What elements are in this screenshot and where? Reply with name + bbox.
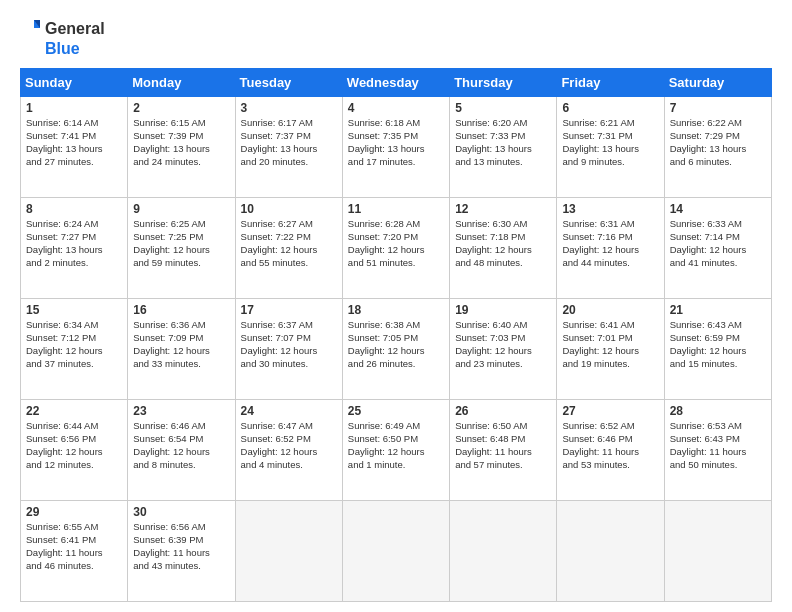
calendar-cell [235, 501, 342, 602]
day-number: 19 [455, 303, 551, 317]
weekday-header-saturday: Saturday [664, 69, 771, 97]
day-number: 30 [133, 505, 229, 519]
calendar-cell: 2Sunrise: 6:15 AMSunset: 7:39 PMDaylight… [128, 97, 235, 198]
calendar-cell: 19Sunrise: 6:40 AMSunset: 7:03 PMDayligh… [450, 299, 557, 400]
day-number: 29 [26, 505, 122, 519]
day-info: Sunrise: 6:24 AMSunset: 7:27 PMDaylight:… [26, 218, 122, 269]
day-number: 13 [562, 202, 658, 216]
day-number: 10 [241, 202, 337, 216]
day-number: 4 [348, 101, 444, 115]
day-info: Sunrise: 6:40 AMSunset: 7:03 PMDaylight:… [455, 319, 551, 370]
day-number: 21 [670, 303, 766, 317]
logo-general-text: General [45, 20, 105, 38]
calendar-cell: 5Sunrise: 6:20 AMSunset: 7:33 PMDaylight… [450, 97, 557, 198]
day-number: 27 [562, 404, 658, 418]
weekday-header-thursday: Thursday [450, 69, 557, 97]
day-number: 3 [241, 101, 337, 115]
day-number: 16 [133, 303, 229, 317]
logo-svg [20, 18, 42, 40]
day-number: 7 [670, 101, 766, 115]
calendar-cell [450, 501, 557, 602]
day-number: 12 [455, 202, 551, 216]
day-info: Sunrise: 6:53 AMSunset: 6:43 PMDaylight:… [670, 420, 766, 471]
calendar-week-5: 29Sunrise: 6:55 AMSunset: 6:41 PMDayligh… [21, 501, 772, 602]
day-info: Sunrise: 6:27 AMSunset: 7:22 PMDaylight:… [241, 218, 337, 269]
day-info: Sunrise: 6:44 AMSunset: 6:56 PMDaylight:… [26, 420, 122, 471]
calendar-cell: 25Sunrise: 6:49 AMSunset: 6:50 PMDayligh… [342, 400, 449, 501]
day-number: 8 [26, 202, 122, 216]
calendar-cell [664, 501, 771, 602]
day-info: Sunrise: 6:47 AMSunset: 6:52 PMDaylight:… [241, 420, 337, 471]
calendar-cell: 8Sunrise: 6:24 AMSunset: 7:27 PMDaylight… [21, 198, 128, 299]
calendar-cell: 24Sunrise: 6:47 AMSunset: 6:52 PMDayligh… [235, 400, 342, 501]
day-info: Sunrise: 6:25 AMSunset: 7:25 PMDaylight:… [133, 218, 229, 269]
logo-blue-text: Blue [45, 40, 105, 58]
day-number: 24 [241, 404, 337, 418]
calendar-body: 1Sunrise: 6:14 AMSunset: 7:41 PMDaylight… [21, 97, 772, 602]
day-number: 5 [455, 101, 551, 115]
day-number: 6 [562, 101, 658, 115]
day-number: 1 [26, 101, 122, 115]
day-info: Sunrise: 6:41 AMSunset: 7:01 PMDaylight:… [562, 319, 658, 370]
calendar-cell [557, 501, 664, 602]
calendar-cell: 29Sunrise: 6:55 AMSunset: 6:41 PMDayligh… [21, 501, 128, 602]
day-info: Sunrise: 6:33 AMSunset: 7:14 PMDaylight:… [670, 218, 766, 269]
day-info: Sunrise: 6:18 AMSunset: 7:35 PMDaylight:… [348, 117, 444, 168]
calendar-cell: 28Sunrise: 6:53 AMSunset: 6:43 PMDayligh… [664, 400, 771, 501]
calendar-cell: 11Sunrise: 6:28 AMSunset: 7:20 PMDayligh… [342, 198, 449, 299]
day-info: Sunrise: 6:37 AMSunset: 7:07 PMDaylight:… [241, 319, 337, 370]
day-info: Sunrise: 6:46 AMSunset: 6:54 PMDaylight:… [133, 420, 229, 471]
day-info: Sunrise: 6:22 AMSunset: 7:29 PMDaylight:… [670, 117, 766, 168]
calendar-cell: 6Sunrise: 6:21 AMSunset: 7:31 PMDaylight… [557, 97, 664, 198]
calendar-table: SundayMondayTuesdayWednesdayThursdayFrid… [20, 68, 772, 602]
calendar-cell: 14Sunrise: 6:33 AMSunset: 7:14 PMDayligh… [664, 198, 771, 299]
day-number: 25 [348, 404, 444, 418]
weekday-header-monday: Monday [128, 69, 235, 97]
calendar-cell: 3Sunrise: 6:17 AMSunset: 7:37 PMDaylight… [235, 97, 342, 198]
day-number: 9 [133, 202, 229, 216]
weekday-header-friday: Friday [557, 69, 664, 97]
day-number: 22 [26, 404, 122, 418]
calendar-cell: 10Sunrise: 6:27 AMSunset: 7:22 PMDayligh… [235, 198, 342, 299]
day-number: 11 [348, 202, 444, 216]
calendar-cell: 17Sunrise: 6:37 AMSunset: 7:07 PMDayligh… [235, 299, 342, 400]
calendar-cell: 1Sunrise: 6:14 AMSunset: 7:41 PMDaylight… [21, 97, 128, 198]
weekday-header-sunday: Sunday [21, 69, 128, 97]
calendar-cell [342, 501, 449, 602]
calendar-cell: 18Sunrise: 6:38 AMSunset: 7:05 PMDayligh… [342, 299, 449, 400]
day-number: 17 [241, 303, 337, 317]
day-info: Sunrise: 6:14 AMSunset: 7:41 PMDaylight:… [26, 117, 122, 168]
calendar-cell: 15Sunrise: 6:34 AMSunset: 7:12 PMDayligh… [21, 299, 128, 400]
calendar-cell: 13Sunrise: 6:31 AMSunset: 7:16 PMDayligh… [557, 198, 664, 299]
weekday-header-wednesday: Wednesday [342, 69, 449, 97]
day-info: Sunrise: 6:38 AMSunset: 7:05 PMDaylight:… [348, 319, 444, 370]
calendar-cell: 7Sunrise: 6:22 AMSunset: 7:29 PMDaylight… [664, 97, 771, 198]
weekday-header-tuesday: Tuesday [235, 69, 342, 97]
day-number: 18 [348, 303, 444, 317]
day-info: Sunrise: 6:49 AMSunset: 6:50 PMDaylight:… [348, 420, 444, 471]
calendar-cell: 9Sunrise: 6:25 AMSunset: 7:25 PMDaylight… [128, 198, 235, 299]
calendar-cell: 4Sunrise: 6:18 AMSunset: 7:35 PMDaylight… [342, 97, 449, 198]
day-number: 2 [133, 101, 229, 115]
day-info: Sunrise: 6:50 AMSunset: 6:48 PMDaylight:… [455, 420, 551, 471]
calendar-cell: 21Sunrise: 6:43 AMSunset: 6:59 PMDayligh… [664, 299, 771, 400]
day-info: Sunrise: 6:36 AMSunset: 7:09 PMDaylight:… [133, 319, 229, 370]
calendar-week-1: 1Sunrise: 6:14 AMSunset: 7:41 PMDaylight… [21, 97, 772, 198]
calendar-cell: 26Sunrise: 6:50 AMSunset: 6:48 PMDayligh… [450, 400, 557, 501]
day-info: Sunrise: 6:55 AMSunset: 6:41 PMDaylight:… [26, 521, 122, 572]
day-info: Sunrise: 6:31 AMSunset: 7:16 PMDaylight:… [562, 218, 658, 269]
logo: General Blue [20, 18, 105, 58]
calendar-cell: 12Sunrise: 6:30 AMSunset: 7:18 PMDayligh… [450, 198, 557, 299]
calendar-cell: 23Sunrise: 6:46 AMSunset: 6:54 PMDayligh… [128, 400, 235, 501]
calendar-week-2: 8Sunrise: 6:24 AMSunset: 7:27 PMDaylight… [21, 198, 772, 299]
calendar-cell: 27Sunrise: 6:52 AMSunset: 6:46 PMDayligh… [557, 400, 664, 501]
page-header: General Blue [20, 18, 772, 58]
calendar-cell: 16Sunrise: 6:36 AMSunset: 7:09 PMDayligh… [128, 299, 235, 400]
day-info: Sunrise: 6:56 AMSunset: 6:39 PMDaylight:… [133, 521, 229, 572]
day-number: 23 [133, 404, 229, 418]
day-info: Sunrise: 6:43 AMSunset: 6:59 PMDaylight:… [670, 319, 766, 370]
day-info: Sunrise: 6:21 AMSunset: 7:31 PMDaylight:… [562, 117, 658, 168]
calendar-cell: 22Sunrise: 6:44 AMSunset: 6:56 PMDayligh… [21, 400, 128, 501]
day-info: Sunrise: 6:20 AMSunset: 7:33 PMDaylight:… [455, 117, 551, 168]
day-info: Sunrise: 6:34 AMSunset: 7:12 PMDaylight:… [26, 319, 122, 370]
